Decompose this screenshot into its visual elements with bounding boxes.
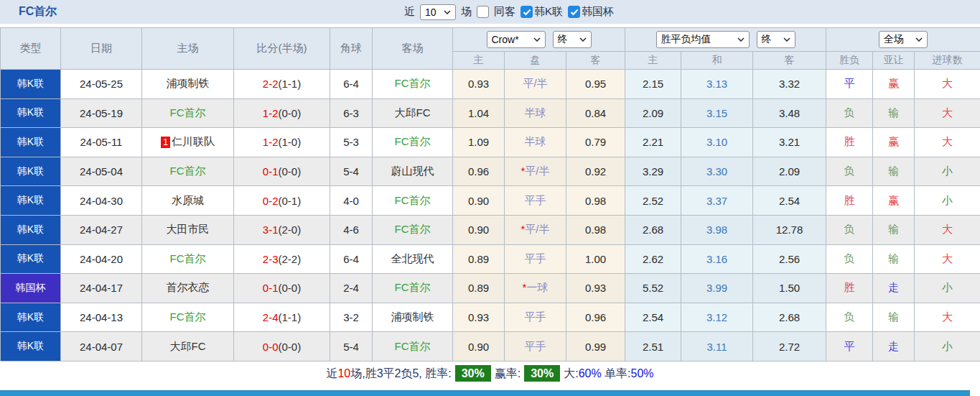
odds-line-cell: 平/半 [505,70,566,99]
match-date-cell: 24-04-07 [61,332,142,362]
recent-count-select[interactable]: 10 [420,4,456,20]
odds-line-cell: 平手 [505,303,566,332]
match-date-cell: 24-04-27 [61,215,142,244]
avg-odds-select[interactable]: 胜平负均值 [656,31,750,48]
score-cell: 2-3(2-2) [234,244,330,274]
subcol-avg-draw: 和 [681,52,753,70]
avg-stage-select[interactable]: 终 [757,31,795,48]
subcol-result: 胜负 [826,52,873,70]
avg-draw-cell: 3.11 [681,332,753,362]
handicap-result-cell: 输 [873,215,915,244]
score-cell: 0-1(0-0) [234,274,330,303]
avg-away-cell: 2.09 [753,157,826,186]
handicap-result-cell: 赢 [873,70,915,99]
match-scope-select[interactable]: 全场 [879,31,928,48]
col-header-type: 类型 [1,28,61,70]
home-team-cell: FC首尔 [142,157,234,186]
match-date-cell: 24-04-30 [61,186,142,216]
odds-home-cell: 0.90 [453,186,505,216]
away-team-cell: 浦项制铁 [373,303,453,332]
goals-result-cell: 小 [915,157,980,186]
avg-stage-value: 终 [762,33,772,46]
summary-segment: 大: [564,367,578,379]
avg-home-cell: 2.09 [625,98,681,128]
rank-badge: 1 [161,137,170,148]
summary-segment: 场,胜3平2负5, 胜率: [350,367,451,379]
avg-away-cell: 1.50 [753,274,826,303]
bookmaker-select[interactable]: Crow* [487,31,546,48]
odds-home-cell: 0.96 [453,157,505,186]
goals-result-cell: 小 [915,332,980,362]
match-history-table: 类型 日期 主场 比分(半场) 角球 客场 Crow* 终 [0,27,980,362]
col-header-date: 日期 [61,28,142,70]
avg-away-cell: 3.32 [753,70,826,99]
avg-draw-cell: 3.12 [681,303,753,332]
corner-cell: 2-4 [330,274,373,303]
avg-away-cell: 12.78 [753,215,826,244]
subcol-ah-home: 主 [453,52,505,70]
result-cell: 胜 [826,128,873,157]
cup-checkbox[interactable] [568,6,580,18]
goals-result-cell: 大 [915,98,980,128]
away-team-cell: FC首尔 [373,215,453,244]
away-team-cell: FC首尔 [373,128,453,157]
away-team-cell: 全北现代 [373,244,453,274]
corner-cell: 6-3 [330,98,373,128]
match-date-cell: 24-05-25 [61,70,142,99]
result-cell: 平 [826,332,873,362]
odds-line-cell: 平手 [505,186,566,216]
odds-line-cell: 半球 [505,128,566,157]
odds-home-cell: 0.93 [453,70,505,99]
corner-cell: 4-0 [330,186,373,216]
same-venue-checkbox[interactable] [477,6,489,18]
subcol-avg-away: 客 [753,52,826,70]
league-checkbox[interactable] [521,6,533,18]
score-cell: 1-2(1-0) [234,128,330,157]
match-row: 韩K联24-05-111仁川联队1-2(1-0)5-3FC首尔1.09半球0.7… [1,128,980,157]
summary-segment: 赢率: [495,367,521,379]
odds-away-cell: 0.98 [566,215,625,244]
chevron-down-icon [579,37,587,42]
avg-draw-cell: 3.37 [681,186,753,216]
odds-away-cell: 0.92 [566,157,625,186]
odds-stage-value: 终 [558,33,568,46]
odds-home-cell: 0.89 [453,244,505,274]
handicap-result-cell: 输 [873,303,915,332]
match-row: 韩K联24-05-19FC首尔1-2(0-0)6-3大邱FC1.04半球0.84… [1,98,980,128]
avg-draw-cell: 3.16 [681,244,753,274]
odds-home-cell: 0.90 [453,332,505,362]
handicap-result-cell: 走 [873,332,915,362]
avg-home-cell: 2.51 [625,332,681,362]
score-cell: 2-4(1-1) [234,303,330,332]
corner-cell: 3-2 [330,303,373,332]
league-checkbox-label: 韩K联 [534,5,563,19]
avg-home-cell: 2.52 [625,186,681,216]
cup-checkbox-label: 韩国杯 [582,5,614,19]
recent-count-value: 10 [425,6,437,18]
odds-line-cell: 半球 [505,98,566,128]
odds-away-cell: 0.99 [566,332,625,362]
avg-draw-cell: 3.15 [681,98,753,128]
odds-line-cell: *平/半 [505,215,566,244]
match-type-cell: 韩K联 [1,70,61,99]
goals-result-cell: 大 [915,128,980,157]
chevron-down-icon [533,37,541,42]
corner-cell: 6-4 [330,70,373,99]
goals-result-cell: 小 [915,186,980,216]
odds-line-cell: *一球 [505,274,566,303]
summary-segment: 30% [524,365,560,382]
avg-away-cell: 2.54 [753,186,826,216]
avg-odds-value: 胜平负均值 [661,33,711,46]
odds-stage-select[interactable]: 终 [553,31,592,48]
score-cell: 3-1(2-0) [234,215,330,244]
subcol-goals: 进球数 [915,52,980,70]
home-team-cell: 水原城 [142,186,234,216]
result-cell: 平 [826,70,873,99]
match-type-cell: 韩K联 [1,98,61,128]
avg-draw-cell: 3.13 [681,70,753,99]
summary-stats: 近10场,胜3平2负5, 胜率:30%赢率:30%大:60% 单率:50% [0,362,980,385]
avg-home-cell: 3.29 [625,157,681,186]
match-type-cell: 韩K联 [1,215,61,244]
result-cell: 负 [826,303,873,332]
avg-away-cell: 2.72 [753,332,826,362]
